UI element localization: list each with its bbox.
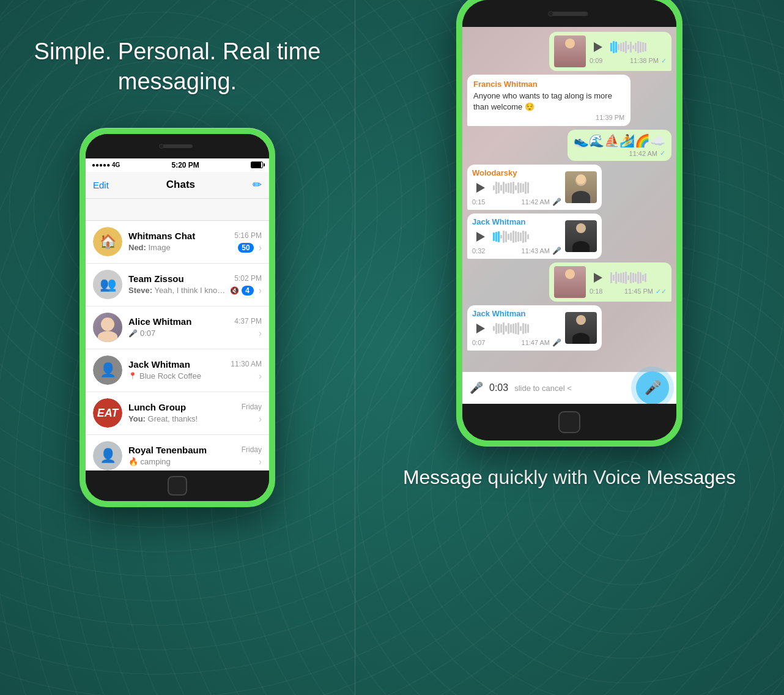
chat-header: Whitmans Chat 5:16 PM — [128, 231, 262, 241]
bottom-tagline: Message quickly with Voice Messages — [403, 465, 736, 491]
phone-home-area — [86, 470, 269, 501]
voice-controls — [590, 39, 667, 56]
clock: 5:20 PM — [171, 161, 199, 169]
voice-content: 0:18 11:45 PM ✓✓ — [590, 269, 667, 295]
right-phone-inner: 0:09 11:38 PM ✓ Francis Whitman Anyone w… — [462, 0, 676, 440]
message-bubble: 0:09 11:38 PM ✓ — [549, 32, 671, 71]
avatar — [93, 227, 122, 256]
voice-controls — [472, 228, 561, 245]
avatar: EAT — [93, 398, 122, 428]
chat-list: Whitmans Chat 5:16 PM Ned: Image 50 › — [86, 221, 269, 470]
chat-preview: 🔥 camping › — [128, 456, 262, 467]
play-button[interactable] — [472, 320, 489, 337]
list-item[interactable]: Alice Whitman 4:37 PM 🎤 0:07 › — [86, 307, 269, 349]
compose-button[interactable]: ✏ — [253, 178, 262, 191]
message-footer: 0:15 11:42 AM 🎤 — [472, 198, 561, 206]
broadcast-row — [86, 199, 269, 221]
battery-area — [251, 162, 263, 168]
avatar-image — [93, 355, 122, 385]
list-item[interactable]: EAT Lunch Group Friday You: Great, thank… — [86, 392, 269, 435]
preview-text: Steve: Yeah, I think I know wha... — [128, 286, 227, 295]
chevron-right-icon: › — [259, 328, 262, 339]
list-item[interactable]: 👥 Team Zissou 5:02 PM Steve: Yeah, I thi… — [86, 264, 269, 307]
read-receipt: ✓ — [660, 149, 665, 157]
message-footer: 0:09 11:38 PM ✓ — [590, 57, 667, 65]
right-panel: 0:09 11:38 PM ✓ Francis Whitman Anyone w… — [355, 0, 784, 695]
preview-text: Blue Rock Coffee — [139, 371, 254, 381]
waveform — [610, 272, 667, 284]
message-timestamp: 11:42 AM — [629, 150, 657, 157]
chevron-right-icon: › — [259, 242, 262, 253]
unread-badge: 4 — [242, 286, 254, 295]
message-bubble: Jack Whitman — [467, 214, 602, 259]
mic-icon: 🎤 — [552, 247, 561, 255]
phone-top-bar — [86, 134, 269, 158]
chat-preview: You: Great, thanks! › — [128, 414, 262, 425]
signal-text: ●●●●● 4G — [92, 162, 120, 168]
message-footer: 0:18 11:45 PM ✓✓ — [590, 288, 667, 295]
play-button[interactable] — [590, 39, 607, 56]
avatar-image — [93, 313, 122, 342]
chat-content: Royal Tenenbaum Friday 🔥 camping › — [128, 445, 262, 467]
nav-title: Chats — [166, 179, 195, 191]
preview-text: Ned: Image — [128, 243, 235, 252]
message-time: 0:18 — [590, 288, 602, 295]
microphone-icon: 🎤 — [645, 380, 661, 396]
signal-area: ●●●●● 4G — [92, 162, 120, 168]
chat-name: Team Zissou — [128, 273, 184, 284]
battery-icon — [251, 162, 263, 168]
slide-to-cancel-text: slide to cancel < — [514, 384, 630, 393]
chevron-right-icon: › — [259, 414, 262, 425]
edit-button[interactable]: Edit — [93, 180, 109, 190]
list-item[interactable]: Whitmans Chat 5:16 PM Ned: Image 50 › — [86, 221, 269, 264]
avatar — [93, 441, 122, 470]
list-item[interactable]: Jack Whitman 11:30 AM 📍 Blue Rock Coffee… — [86, 349, 269, 392]
play-button[interactable] — [472, 228, 489, 245]
message-bubble: Francis Whitman Anyone who wants to tag … — [467, 75, 631, 126]
voice-photo — [565, 171, 597, 203]
chat-header: Alice Whitman 4:37 PM — [128, 316, 262, 327]
chat-header: Lunch Group Friday — [128, 402, 262, 412]
chat-name: Lunch Group — [128, 402, 186, 412]
message-bubble: Wolodarsky — [467, 165, 602, 210]
recording-bar: 🎤 0:03 slide to cancel < 🎤 — [462, 372, 676, 404]
preview-text: 🔥 camping — [128, 457, 254, 466]
chat-content: Alice Whitman 4:37 PM 🎤 0:07 › — [128, 316, 262, 339]
avatar-image — [93, 227, 122, 256]
voice-photo — [554, 266, 586, 298]
voice-content: Jack Whitman — [472, 309, 561, 347]
record-button[interactable]: 🎤 — [636, 371, 669, 404]
message-bubble: 0:18 11:45 PM ✓✓ — [549, 262, 671, 302]
message-footer: 0:32 11:43 AM 🎤 — [472, 247, 561, 255]
waveform — [493, 231, 561, 243]
voice-photo — [554, 35, 586, 67]
chat-screen: 0:09 11:38 PM ✓ Francis Whitman Anyone w… — [462, 27, 676, 404]
voice-controls — [590, 269, 667, 286]
preview-text: 0:07 — [140, 329, 254, 338]
left-phone: ●●●●● 4G 5:20 PM Edit Chats ✏ — [80, 128, 275, 507]
home-button[interactable] — [168, 476, 187, 496]
recording-mic-icon: 🎤 — [470, 381, 483, 395]
message-footer: 0:07 11:47 AM 🎤 — [472, 338, 561, 347]
status-bar: ●●●●● 4G 5:20 PM — [86, 158, 269, 172]
mute-icon: 🔇 — [230, 286, 239, 295]
avatar-image — [554, 35, 586, 67]
play-button[interactable] — [472, 179, 489, 196]
avatar: 👥 — [93, 270, 122, 299]
message-text: Anyone who wants to tag along is more th… — [473, 91, 624, 113]
play-button[interactable] — [590, 269, 607, 286]
list-item[interactable]: Royal Tenenbaum Friday 🔥 camping › — [86, 435, 269, 470]
avatar-image — [554, 266, 586, 298]
avatar-image — [565, 171, 597, 203]
chevron-right-icon: › — [259, 456, 262, 467]
tagline: Simple. Personal. Real time messaging. — [0, 37, 355, 97]
message-sender: Wolodarsky — [472, 168, 561, 177]
avatar-image — [93, 441, 122, 470]
avatar-image: 👥 — [93, 270, 122, 299]
home-button[interactable] — [558, 411, 580, 433]
message-footer: 11:39 PM — [473, 114, 624, 121]
message-list: 0:09 11:38 PM ✓ Francis Whitman Anyone w… — [462, 27, 676, 372]
chat-time: Friday — [242, 403, 262, 411]
chat-preview: 🎤 0:07 › — [128, 328, 262, 339]
chat-time: 5:16 PM — [234, 231, 262, 240]
